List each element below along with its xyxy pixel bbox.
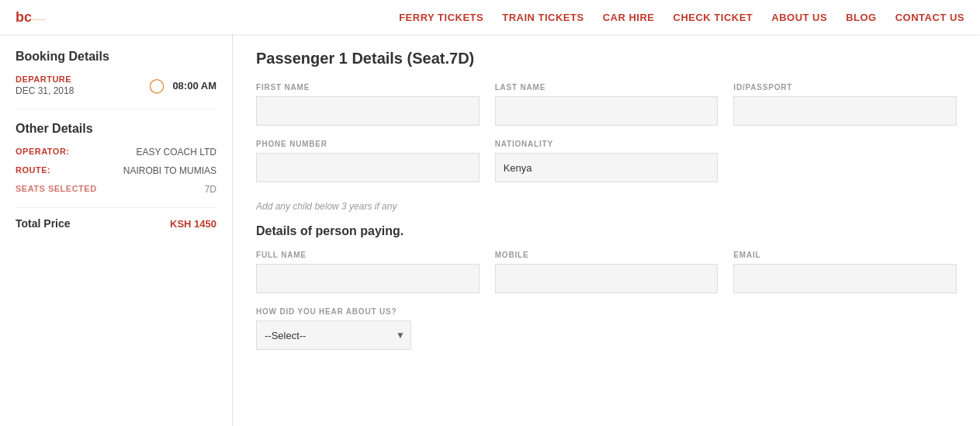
nav-train-tickets[interactable]: TRAIN TICKETS xyxy=(502,12,583,23)
passenger-form-section: FIRST NAME LAST NAME ID/PASSPORT PHONE N… xyxy=(256,83,957,182)
first-name-input[interactable] xyxy=(256,96,480,126)
how-heard-group: HOW DID YOU HEAR ABOUT US? --Select-- Go… xyxy=(256,307,957,350)
mobile-group: MOBILE xyxy=(495,251,719,293)
route-value: NAIROBI TO MUMIAS xyxy=(123,165,216,176)
operator-label: OPERATOR: xyxy=(16,147,70,158)
last-name-group: LAST NAME xyxy=(495,83,719,126)
empty-group xyxy=(733,140,957,182)
id-passport-label: ID/PASSPORT xyxy=(733,83,957,92)
nationality-label: NATIONALITY xyxy=(495,140,719,148)
seats-row: SEATS SELECTED 7D xyxy=(16,184,216,195)
how-heard-label: HOW DID YOU HEAR ABOUT US? xyxy=(256,307,957,316)
seats-value: 7D xyxy=(205,184,216,195)
seats-label: SEATS SELECTED xyxy=(16,184,97,195)
first-name-label: FIRST NAME xyxy=(256,83,480,92)
child-note: Add any child below 3 years if any xyxy=(256,201,957,212)
departure-label: DEPARTURE xyxy=(16,74,141,84)
navbar: bc ...... FERRY TICKETS TRAIN TICKETS CA… xyxy=(0,0,980,34)
main-layout: Booking Details DEPARTURE DEC 31, 2018 ◯… xyxy=(0,34,980,426)
phone-input[interactable] xyxy=(256,153,480,182)
full-name-label: FULL NAME xyxy=(256,251,480,259)
payer-form-section: FULL NAME MOBILE EMAIL HOW DID YOU HEAR … xyxy=(256,251,957,350)
email-label: EMAIL xyxy=(733,251,957,259)
mobile-input[interactable] xyxy=(495,264,719,293)
mobile-label: MOBILE xyxy=(495,251,719,259)
navbar-links: FERRY TICKETS TRAIN TICKETS CAR HIRE CHE… xyxy=(399,12,964,23)
total-price-row: Total Price KSH 1450 xyxy=(16,207,216,230)
clock-icon: ◯ xyxy=(149,77,164,94)
nav-contact-us[interactable]: CONTACT US xyxy=(895,12,964,23)
departure-info: DEPARTURE DEC 31, 2018 xyxy=(16,74,141,96)
payer-form-title: Details of person paying. xyxy=(256,224,957,238)
total-amount: KSH 1450 xyxy=(170,218,216,230)
operator-row: OPERATOR: EASY COACH LTD xyxy=(16,147,216,158)
how-heard-row: HOW DID YOU HEAR ABOUT US? --Select-- Go… xyxy=(256,307,957,350)
how-heard-select[interactable]: --Select-- Google Facebook Twitter Frien… xyxy=(256,320,411,350)
logo-sub: ...... xyxy=(32,13,45,22)
contact-row: PHONE NUMBER NATIONALITY Kenya xyxy=(256,140,957,182)
select-wrapper: --Select-- Google Facebook Twitter Frien… xyxy=(256,320,411,350)
full-name-group: FULL NAME xyxy=(256,251,480,293)
email-input[interactable] xyxy=(733,264,957,293)
other-details-title: Other Details xyxy=(16,122,216,136)
last-name-label: LAST NAME xyxy=(495,83,719,92)
route-row: ROUTE: NAIROBI TO MUMIAS xyxy=(16,165,216,176)
nav-about-us[interactable]: ABOUT US xyxy=(771,12,827,23)
id-passport-input[interactable] xyxy=(733,96,957,126)
first-name-group: FIRST NAME xyxy=(256,83,480,126)
id-passport-group: ID/PASSPORT xyxy=(733,83,957,126)
payer-name-row: FULL NAME MOBILE EMAIL xyxy=(256,251,957,293)
nationality-group: NATIONALITY Kenya xyxy=(495,140,719,182)
route-label: ROUTE: xyxy=(16,165,50,176)
nav-check-ticket[interactable]: CHECK TICKET xyxy=(674,12,753,23)
departure-time: 08:00 AM xyxy=(172,80,216,92)
nav-ferry-tickets[interactable]: FERRY TICKETS xyxy=(399,12,483,23)
sidebar: Booking Details DEPARTURE DEC 31, 2018 ◯… xyxy=(0,34,233,426)
passenger-form-title: Passenger 1 Details (Seat.7D) xyxy=(256,50,957,68)
main-content: Passenger 1 Details (Seat.7D) FIRST NAME… xyxy=(233,34,980,426)
email-group: EMAIL xyxy=(733,251,957,293)
booking-details-title: Booking Details xyxy=(16,50,216,64)
departure-date: DEC 31, 2018 xyxy=(16,85,141,96)
name-row: FIRST NAME LAST NAME ID/PASSPORT xyxy=(256,83,957,126)
nav-car-hire[interactable]: CAR HIRE xyxy=(603,12,655,23)
site-logo: bc ...... xyxy=(16,9,45,26)
phone-label: PHONE NUMBER xyxy=(256,140,480,148)
last-name-input[interactable] xyxy=(495,96,719,126)
phone-group: PHONE NUMBER xyxy=(256,140,480,182)
total-label: Total Price xyxy=(16,217,71,230)
logo-text: bc xyxy=(16,9,32,26)
operator-value: EASY COACH LTD xyxy=(136,147,216,158)
departure-row: DEPARTURE DEC 31, 2018 ◯ 08:00 AM xyxy=(16,74,216,109)
nav-blog[interactable]: BLOG xyxy=(846,12,877,23)
nationality-input[interactable]: Kenya xyxy=(495,153,719,182)
full-name-input[interactable] xyxy=(256,264,480,293)
